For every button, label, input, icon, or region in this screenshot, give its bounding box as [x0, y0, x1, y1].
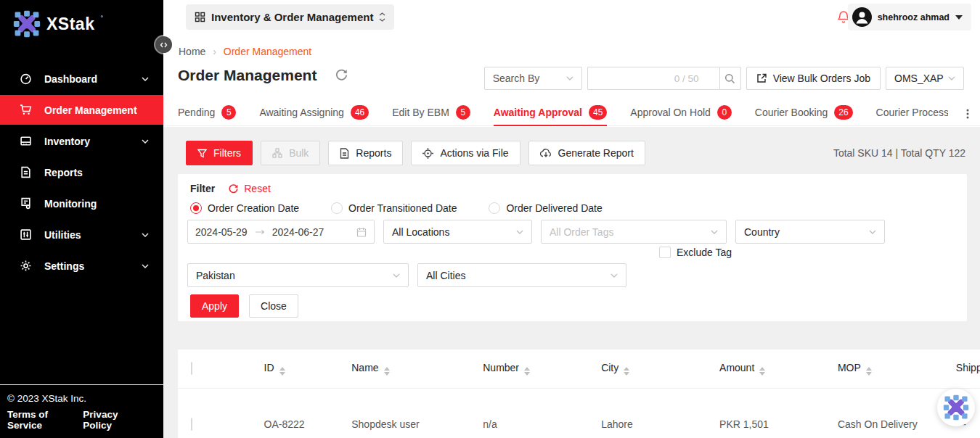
tab-count-badge: 0: [717, 105, 732, 120]
order-tags-placeholder: All Order Tags: [550, 226, 613, 238]
cart-icon: [20, 104, 32, 116]
column-header-city[interactable]: City: [589, 350, 708, 388]
sidebar: XStak ° Dashboard Order Management Inven…: [0, 0, 163, 438]
tabs-more-button[interactable]: [955, 102, 980, 125]
dashboard-icon: [20, 73, 32, 85]
tab-awaiting-assigning[interactable]: Awaiting Assigning46: [259, 102, 369, 126]
close-button[interactable]: Close: [249, 294, 298, 318]
reset-label: Reset: [244, 183, 271, 194]
sidebar-footer: © 2023 XStak Inc. Terms of Service Priva…: [0, 384, 163, 438]
radio-order-creation-date[interactable]: Order Creation Date: [190, 202, 299, 214]
sidebar-item-dashboard[interactable]: Dashboard: [0, 64, 163, 94]
column-header-name[interactable]: Name: [340, 350, 471, 388]
monitoring-icon: [20, 197, 32, 210]
sort-icon[interactable]: [524, 367, 530, 376]
bulk-button[interactable]: Bulk: [261, 141, 320, 165]
tab-approval-on-hold[interactable]: Approval On Hold0: [630, 102, 732, 126]
inventory-icon: [20, 135, 32, 147]
view-bulk-orders-job-button[interactable]: View Bulk Orders Job: [746, 67, 881, 90]
table-row[interactable]: OA-8222 Shopdesk user n/a Lahore PKR 1,5…: [178, 388, 980, 438]
sidebar-collapse-button[interactable]: [155, 36, 172, 53]
reports-button[interactable]: Reports: [328, 141, 403, 165]
radio-icon: [331, 202, 343, 214]
sidebar-item-settings[interactable]: Settings: [0, 251, 163, 281]
workspace-select[interactable]: OMS_XAP: [886, 67, 964, 90]
breadcrumb-current[interactable]: Order Management: [224, 46, 311, 57]
view-bulk-orders-job-label: View Bulk Orders Job: [773, 73, 870, 84]
country-value: Pakistan: [196, 270, 235, 281]
row-checkbox[interactable]: [191, 418, 192, 431]
sidebar-item-monitoring[interactable]: Monitoring: [0, 189, 163, 218]
locations-select[interactable]: All Locations: [383, 220, 532, 244]
radio-order-transitioned-date[interactable]: Order Transitioned Date: [331, 202, 457, 214]
exclude-tag-label: Exclude Tag: [677, 247, 732, 258]
tab-edit-by-ebm[interactable]: Edit By EBM5: [392, 102, 470, 126]
cities-select[interactable]: All Cities: [417, 263, 626, 287]
sort-icon[interactable]: [279, 367, 285, 376]
privacy-policy-link[interactable]: Privacy Policy: [83, 409, 147, 431]
generate-report-button[interactable]: Generate Report: [528, 141, 645, 165]
breadcrumb: Home › Order Management: [179, 46, 311, 57]
appstore-grid-icon: [195, 12, 205, 22]
radio-label: Order Transitioned Date: [348, 202, 457, 214]
date-range-picker[interactable]: 2024-05-29 2024-06-27: [187, 220, 375, 244]
column-label: ID: [264, 362, 274, 373]
chevron-down-icon: [869, 230, 876, 234]
column-header-id[interactable]: ID: [253, 350, 340, 388]
column-header-shipping-area[interactable]: Shipping Area: [944, 350, 980, 388]
totals-summary: Total SKU 14 | Total QTY 122: [833, 147, 965, 159]
tab-awaiting-approval[interactable]: Awaiting Approval45: [494, 102, 607, 126]
export-icon: [756, 73, 767, 83]
reset-button[interactable]: Reset: [228, 183, 271, 194]
date-to-value: 2024-06-27: [272, 226, 324, 238]
avatar: [852, 7, 872, 27]
tab-courier-processing[interactable]: Courier Processing0: [876, 102, 948, 126]
column-header-number[interactable]: Number: [471, 350, 589, 388]
app-selector[interactable]: Inventory & Order Management: [186, 4, 394, 30]
terms-of-service-link[interactable]: Terms of Service: [7, 409, 83, 431]
sidebar-item-reports[interactable]: Reports: [0, 157, 163, 187]
exclude-tag-checkbox[interactable]: [659, 247, 671, 258]
date-from-value: 2024-05-29: [195, 226, 248, 238]
radio-order-delivered-date[interactable]: Order Delivered Date: [489, 202, 602, 214]
sort-icon[interactable]: [866, 367, 872, 376]
search-input[interactable]: [587, 67, 719, 90]
cell-mop: Cash On Delivery: [826, 388, 944, 438]
sidebar-item-utilities[interactable]: Utilities: [0, 220, 163, 249]
radio-label: Order Creation Date: [208, 202, 299, 214]
sidebar-item-inventory[interactable]: Inventory: [0, 126, 163, 156]
sort-icon[interactable]: [759, 367, 765, 376]
filter-icon: [197, 149, 207, 158]
breadcrumb-home[interactable]: Home: [179, 46, 205, 57]
search-button[interactable]: [719, 67, 741, 90]
search-by-select[interactable]: Search By: [484, 67, 582, 90]
country-value-select[interactable]: Pakistan: [187, 263, 409, 287]
filters-button[interactable]: Filters: [186, 141, 253, 165]
sort-icon[interactable]: [384, 367, 390, 376]
cloud-download-icon: [540, 148, 552, 158]
column-header-mop[interactable]: MOP: [826, 350, 944, 388]
column-header-amount[interactable]: Amount: [708, 350, 826, 388]
actions-via-file-button[interactable]: Actions via File: [411, 141, 520, 165]
date-type-radios: Order Creation Date Order Transitioned D…: [187, 202, 957, 214]
page-refresh-button[interactable]: [334, 68, 348, 83]
country-select[interactable]: Country: [735, 220, 885, 244]
main-content: Inventory & Order Management shehrooz ah…: [163, 0, 980, 438]
search-by-value: Search By: [493, 73, 540, 84]
user-menu[interactable]: shehrooz ahmad: [848, 4, 971, 30]
apply-button[interactable]: Apply: [190, 294, 239, 318]
brand-logo[interactable]: XStak °: [0, 0, 163, 38]
select-all-checkbox[interactable]: [191, 362, 192, 375]
tab-courier-booking[interactable]: Courier Booking26: [755, 102, 853, 126]
tab-label: Courier Booking: [755, 107, 828, 118]
floating-assistant-button[interactable]: [937, 389, 975, 426]
tab-pending[interactable]: Pending5: [178, 102, 236, 126]
chevron-down-icon: [711, 230, 718, 234]
tab-count-badge: 5: [456, 105, 470, 120]
order-tags-select[interactable]: All Order Tags: [541, 220, 727, 244]
sidebar-item-label: Reports: [44, 167, 83, 178]
sidebar-item-order-management[interactable]: Order Management: [0, 95, 163, 125]
filters-label: Filters: [213, 147, 241, 159]
sort-icon[interactable]: [624, 367, 629, 376]
tab-label: Edit By EBM: [392, 107, 449, 118]
